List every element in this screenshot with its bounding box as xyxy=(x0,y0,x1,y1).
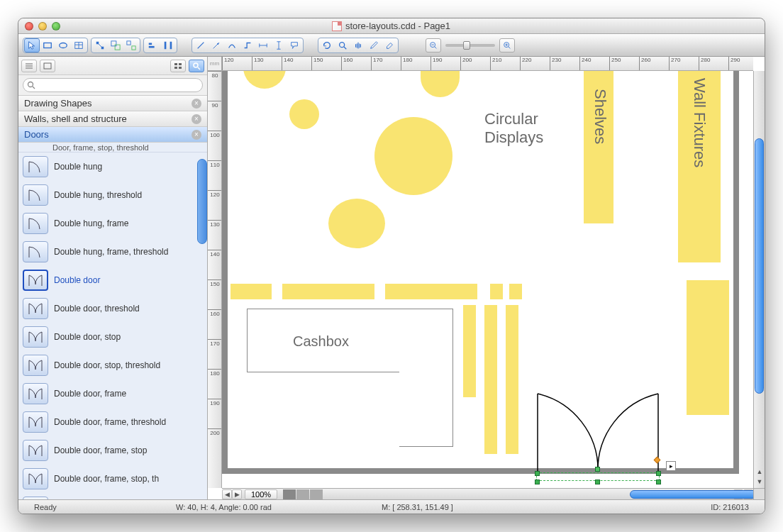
grid-view-button[interactable] xyxy=(170,60,186,72)
ruler-tick: 80 xyxy=(208,71,222,79)
vertical-ruler[interactable]: 8090100110120130140150160170180190200 xyxy=(208,71,222,488)
ellipse-tool[interactable] xyxy=(55,38,71,52)
category-row[interactable]: Doors× xyxy=(18,127,207,143)
shape-search-input[interactable] xyxy=(23,78,203,92)
close-window-button[interactable] xyxy=(25,22,33,31)
scroll-up-arrow[interactable]: ▲ xyxy=(755,467,765,477)
eyedropper-tool[interactable] xyxy=(366,38,382,52)
shape-list-item[interactable]: Double hung xyxy=(18,153,207,181)
shape-list-item[interactable]: Double door, frame, threshold xyxy=(18,408,207,436)
circle-display-shape[interactable] xyxy=(328,199,385,248)
shapes-sidebar: Drawing Shapes×Walls, shell and structur… xyxy=(18,57,208,499)
ruler-tick: 180 xyxy=(401,57,412,71)
shelf-bar-v[interactable] xyxy=(506,305,518,454)
shape-list-item[interactable]: Double hung, frame, threshold xyxy=(18,238,207,266)
shelf-bar[interactable] xyxy=(490,284,503,299)
svg-line-7 xyxy=(98,43,103,48)
tree-view-button[interactable] xyxy=(21,60,37,72)
category-row[interactable]: Walls, shell and structure× xyxy=(18,111,207,127)
circle-display-shape[interactable] xyxy=(374,117,452,195)
align-tool[interactable] xyxy=(145,38,160,52)
scroll-left-arrow[interactable]: ◀ xyxy=(222,489,232,499)
dimension-h-tool[interactable] xyxy=(255,38,271,52)
shelf-bar-v[interactable] xyxy=(463,305,476,397)
selection-handle[interactable] xyxy=(595,480,600,484)
shape-list-item[interactable]: Double hung, threshold xyxy=(18,181,207,209)
shape-list-item[interactable]: Double hung, frame xyxy=(18,209,207,238)
selection-handle[interactable] xyxy=(595,467,600,472)
vscroll-thumb[interactable] xyxy=(755,138,764,394)
scroll-right-arrow[interactable]: ▶ xyxy=(232,489,242,499)
category-row[interactable]: Drawing Shapes× xyxy=(18,96,207,111)
minimize-window-button[interactable] xyxy=(38,22,47,31)
group-tool[interactable] xyxy=(108,38,123,52)
distribute-tool[interactable] xyxy=(160,38,176,52)
selection-handle[interactable] xyxy=(656,471,661,476)
scroll-down-arrow[interactable]: ▼ xyxy=(755,477,765,487)
shelf-bar-v[interactable] xyxy=(484,305,497,454)
svg-rect-38 xyxy=(179,63,182,65)
zoom-window-button[interactable] xyxy=(52,22,60,31)
shelf-bar[interactable] xyxy=(231,284,272,299)
refresh-tool[interactable] xyxy=(319,38,335,52)
zoom-tool[interactable] xyxy=(335,38,350,52)
horizontal-scrollbar[interactable] xyxy=(325,489,732,499)
category-close-icon[interactable]: × xyxy=(191,130,201,140)
connector-tool[interactable] xyxy=(240,38,255,52)
shape-list-item[interactable]: Uneven door xyxy=(18,493,207,499)
selection-handle[interactable] xyxy=(535,471,540,476)
selection-handle[interactable] xyxy=(656,480,661,484)
circle-display-shape[interactable] xyxy=(289,99,319,129)
dimension-v-tool[interactable] xyxy=(271,38,287,52)
category-close-icon[interactable]: × xyxy=(191,99,201,109)
ruler-tick: 110 xyxy=(208,160,222,168)
ruler-tick: 120 xyxy=(208,190,222,198)
callout-tool[interactable] xyxy=(287,38,302,52)
category-close-icon[interactable]: × xyxy=(191,114,201,124)
shape-list-item[interactable]: Double door, threshold xyxy=(18,294,207,323)
selection-handle[interactable] xyxy=(535,480,540,484)
shape-list-item[interactable]: Double door, frame, stop xyxy=(18,436,207,465)
arrow-tool[interactable] xyxy=(209,38,224,52)
shape-list-item[interactable]: Double door xyxy=(18,266,207,294)
shelf-bar[interactable] xyxy=(282,284,374,299)
ungroup-tool[interactable] xyxy=(123,38,139,52)
vertical-scrollbar[interactable]: ▲ ▼ xyxy=(753,71,765,488)
zoom-slider-track[interactable] xyxy=(445,44,495,47)
status-dimensions: W: 40, H: 4, Angle: 0.00 rad xyxy=(167,503,373,511)
svg-line-16 xyxy=(198,42,204,48)
horizontal-ruler[interactable]: 1201301401501601701801902002102202302402… xyxy=(222,57,753,71)
shape-item-label: Double hung, frame xyxy=(54,218,128,228)
shape-list-item[interactable]: Double door, frame, stop, th xyxy=(18,465,207,493)
zoom-in-button[interactable] xyxy=(499,38,515,52)
list-view-button[interactable] xyxy=(40,60,55,72)
search-view-button[interactable] xyxy=(189,60,204,72)
pan-tool[interactable] xyxy=(350,38,366,52)
smart-tag-button[interactable]: ▸ xyxy=(666,461,676,471)
page-tab[interactable] xyxy=(296,489,309,499)
shelf-bar[interactable] xyxy=(509,284,522,299)
zoom-slider-knob[interactable] xyxy=(463,41,470,50)
drawing-canvas[interactable]: Circular Displays Shelves Wall Fixtures xyxy=(222,71,753,488)
wall-fixtures-shape-2[interactable] xyxy=(687,280,729,415)
zoom-percent-display[interactable]: 100% xyxy=(245,489,277,499)
rectangle-tool[interactable] xyxy=(40,38,55,52)
hscroll-thumb[interactable] xyxy=(630,490,765,499)
eraser-tool[interactable] xyxy=(382,38,397,52)
double-door-object[interactable]: ▸ xyxy=(534,390,662,482)
shape-list-item[interactable]: Double door, frame xyxy=(18,379,207,408)
zoom-out-button[interactable] xyxy=(426,38,441,52)
shape-list-item[interactable]: Double door, stop, threshold xyxy=(18,351,207,379)
cashbox-shape-2[interactable] xyxy=(399,309,453,447)
sidebar-scrollbar[interactable] xyxy=(197,159,207,244)
page-tab[interactable] xyxy=(283,489,296,499)
line-tool[interactable] xyxy=(193,38,209,52)
curve-tool[interactable] xyxy=(224,38,240,52)
shape-item-label: Double hung, threshold xyxy=(54,190,142,200)
shape-list-item[interactable]: Double door, stop xyxy=(18,323,207,351)
table-tool[interactable] xyxy=(71,38,87,52)
edit-nodes-tool[interactable] xyxy=(92,38,108,52)
page-tab[interactable] xyxy=(310,489,323,499)
pointer-tool[interactable] xyxy=(24,38,40,52)
shelf-bar[interactable] xyxy=(385,284,477,299)
